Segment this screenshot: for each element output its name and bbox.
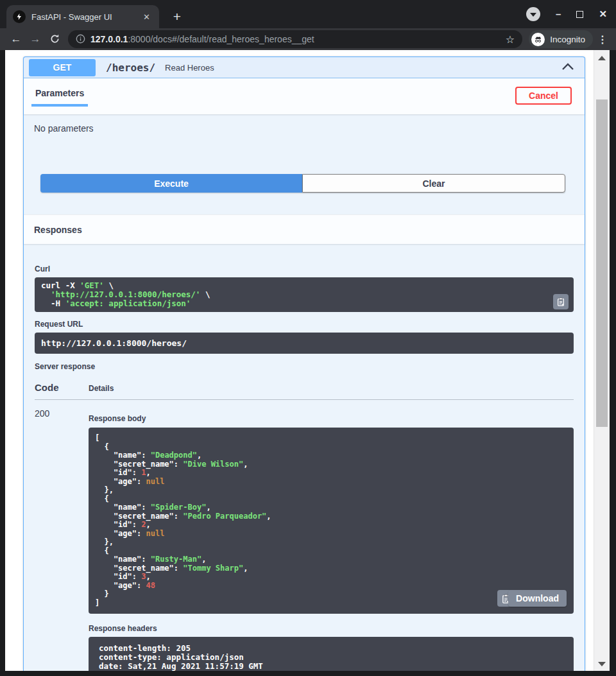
details-column-header: Details [89,384,114,393]
page-scrollbar[interactable] [594,50,610,671]
response-row-200: 200 Response body [ { "name": "Deadpond"… [35,408,574,671]
response-body-block: [ { "name": "Deadpond", "secret_name": "… [89,428,574,614]
incognito-badge: Incognito [529,30,593,48]
tab-close-icon[interactable]: ✕ [141,12,153,22]
request-url-label: Request URL [35,320,574,329]
cancel-button[interactable]: Cancel [515,87,572,105]
minimize-button[interactable]: – [556,11,561,17]
response-headers-label: Response headers [89,624,574,633]
site-info-icon[interactable] [76,33,85,45]
clear-button[interactable]: Clear [302,174,565,193]
execute-wrapper: Execute Clear [40,174,565,193]
collapse-chevron-icon[interactable] [561,62,574,73]
status-code: 200 [35,408,89,671]
response-headers-text: content-length: 205 content-type: applic… [99,644,563,671]
opblock-summary[interactable]: GET /heroes/ Read Heroes [24,57,585,78]
endpoint-path: /heroes/ [106,62,155,74]
response-details: Response body [ { "name": "Deadpond", "s… [89,408,574,671]
response-headers-block: content-length: 205 content-type: applic… [89,637,574,671]
response-body-json: [ { "name": "Deadpond", "secret_name": "… [95,434,567,607]
method-badge: GET [29,59,96,76]
response-table-header: Code Details [35,382,574,400]
request-url-value: http://127.0.0.1:8000/heroes/ [41,339,567,347]
browser-toolbar: ← → 127.0.0.1:8000/docs#/default/read_he… [0,28,616,50]
tab-title: FastAPI - Swagger UI [31,12,137,22]
maximize-button[interactable] [576,11,583,18]
tab-parameters[interactable]: Parameters [31,87,88,107]
curl-block: curl -X 'GET' \ 'http://127.0.0.1:8000/h… [35,277,574,312]
execute-button[interactable]: Execute [40,174,302,193]
incognito-label: Incognito [550,35,585,44]
back-icon[interactable]: ← [6,33,26,46]
page-viewport: GET /heroes/ Read Heroes Parameters Canc… [5,50,610,671]
reload-icon[interactable] [45,33,64,46]
new-tab-button[interactable]: + [168,8,186,26]
browser-menu-icon[interactable]: ⋮ [595,33,610,46]
endpoint-summary: Read Heroes [165,63,214,73]
url-text: 127.0.0.1:8000/docs#/default/read_heroes… [90,34,501,44]
responses-header: Responses [24,214,585,244]
tab-search-icon[interactable] [526,7,540,21]
copy-curl-icon[interactable] [553,294,569,309]
fastapi-favicon-icon [13,10,26,23]
download-button[interactable]: Download [508,590,567,607]
bookmark-star-icon[interactable]: ☆ [506,33,515,46]
code-column-header: Code [35,382,89,393]
window-close-button[interactable]: ✕ [599,8,607,20]
curl-label: Curl [35,264,574,273]
opblock-get-heroes: GET /heroes/ Read Heroes Parameters Canc… [23,56,585,671]
curl-command: curl -X 'GET' \ 'http://127.0.0.1:8000/h… [41,281,567,308]
browser-tab[interactable]: FastAPI - Swagger UI ✕ [6,5,159,28]
server-response-label: Server response [35,362,574,371]
address-bar[interactable]: 127.0.0.1:8000/docs#/default/read_heroes… [68,30,522,48]
response-body-label: Response body [89,414,574,423]
scrollbar-down-icon[interactable] [598,662,606,666]
responses-content: Curl curl -X 'GET' \ 'http://127.0.0.1:8… [24,264,585,671]
incognito-icon [531,33,545,46]
scrollbar-up-icon[interactable] [598,56,606,60]
forward-icon[interactable]: → [26,33,45,46]
window-controls: – ✕ [526,0,607,28]
request-url-block: http://127.0.0.1:8000/heroes/ [35,333,574,354]
parameters-header: Parameters Cancel [24,78,585,114]
no-parameters-text: No parameters [24,114,585,143]
scrollbar-thumb[interactable] [596,100,608,427]
tab-strip: FastAPI - Swagger UI ✕ + – ✕ [0,0,616,28]
